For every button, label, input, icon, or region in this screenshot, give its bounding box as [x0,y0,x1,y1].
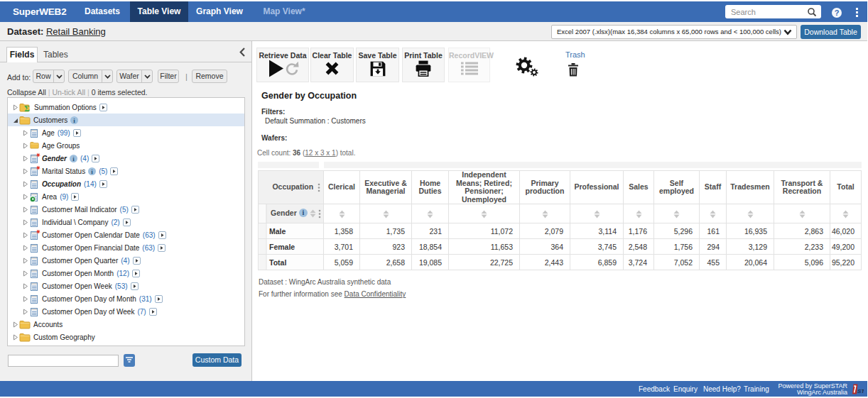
svg-text:Σ: Σ [24,104,30,112]
svg-text:ST: ST [857,388,864,394]
svg-text:i: i [302,209,304,217]
